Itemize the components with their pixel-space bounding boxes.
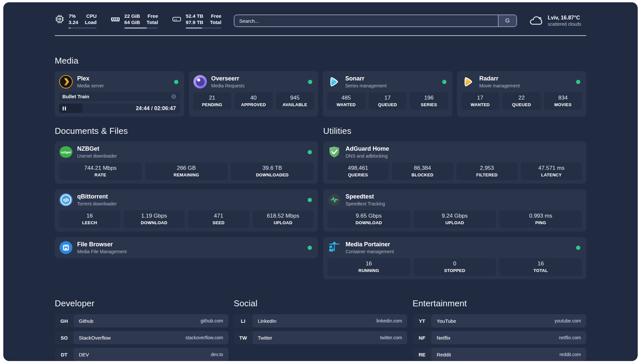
search-bar: G — [234, 15, 517, 27]
section-utilities: Utilities — [323, 126, 586, 279]
service-card-adguard[interactable]: AdGuard Home DNS and adblocking 498,461 … — [323, 141, 586, 184]
cpu-usage-label: CPU — [85, 13, 97, 19]
service-card-portainer[interactable]: Media Portainer Container management 16 … — [323, 237, 586, 279]
memory-progress-track — [124, 27, 158, 29]
section-media: Media Plex Media se — [55, 56, 586, 117]
now-playing-settings-icon[interactable] — [171, 94, 177, 100]
stat-box-ping: 0.993 ms PING — [499, 210, 582, 228]
status-dot — [308, 246, 312, 250]
stat-box-download: 1.19 Gbps DOWNLOAD — [124, 210, 185, 228]
svg-text:nzbget: nzbget — [61, 150, 71, 154]
service-name: Overseerr — [211, 75, 308, 82]
link-name: DEV — [79, 352, 89, 357]
service-card-speedtest[interactable]: Speedtest Speedtest Tracking 9.65 Gbps D… — [323, 189, 586, 231]
search-input[interactable] — [234, 15, 498, 26]
storage-free-value: 52.4 TB — [186, 13, 203, 19]
link-row-linkedin[interactable]: LI LinkedIn linkedin.com — [234, 314, 408, 327]
stat-box-leech: 16 LEECH — [59, 210, 120, 228]
service-description: Media server — [77, 83, 174, 88]
service-name: File Browser — [77, 241, 308, 248]
memory-free-label: Free — [147, 13, 158, 19]
service-description: Series management — [345, 83, 442, 88]
link-tag: YT — [412, 314, 431, 327]
service-description: DNS and adblocking — [346, 153, 582, 159]
section-documents: Documents & Files nzbget NZBGet Usenet d… — [55, 126, 318, 279]
stat-box-pending: 21 PENDING — [193, 92, 231, 110]
cpu-usage-value: 7% — [69, 13, 78, 19]
weather-widget: Lviv, 16.87°C scattered clouds — [528, 15, 586, 27]
service-description: Speedtest Tracking — [346, 201, 582, 206]
link-url: dev.to — [211, 352, 223, 357]
google-search-button[interactable]: G — [498, 15, 516, 26]
now-playing-row: Bullet Train — [59, 92, 180, 101]
link-url: github.com — [200, 318, 223, 323]
service-description: Media File Management — [77, 249, 308, 254]
link-row-github[interactable]: GH Github github.com — [55, 314, 229, 327]
stat-box-remaining: 266 GB REMAINING — [145, 163, 228, 180]
stat-box-series: 196 SERIES — [410, 92, 448, 110]
cloud-icon — [528, 15, 543, 27]
storage-total-label: Total — [210, 19, 222, 25]
service-card-qbittorrent[interactable]: qb qBittorrent Torrent downloader 16 — [55, 189, 318, 231]
cpu-load-label: Load — [85, 19, 97, 25]
stat-box-available: 945 AVAILABLE — [276, 92, 314, 110]
service-name: Sonarr — [345, 75, 442, 82]
disk-icon — [172, 14, 182, 24]
status-dot — [174, 80, 178, 84]
service-card-plex[interactable]: Plex Media server Bullet Train — [55, 71, 184, 117]
link-row-youtube[interactable]: YT YouTube youtube.com — [412, 314, 586, 327]
radarr-icon — [461, 75, 475, 89]
cpu-load-value: 3.24 — [69, 19, 78, 25]
stat-box-wanted: 485 WANTED — [327, 92, 365, 110]
status-dot — [576, 80, 580, 84]
link-tag: DT — [55, 348, 74, 361]
section-entertainment: Entertainment YT YouTube youtube.com NF … — [412, 298, 586, 361]
service-card-nzbget[interactable]: nzbget NZBGet Usenet downloader 744.21 M… — [55, 141, 318, 184]
status-dot — [576, 246, 580, 250]
link-row-netflix[interactable]: NF Netflix netflix.com — [412, 331, 586, 344]
speedtest-icon — [327, 193, 341, 207]
link-row-stackoverflow[interactable]: SO StackOverflow stackoverflow.com — [55, 331, 229, 344]
qbittorrent-icon: qb — [59, 193, 73, 207]
link-name: StackOverflow — [79, 335, 111, 341]
service-card-sonarr[interactable]: Sonarr Series management 485 WANTED 17 Q… — [323, 71, 452, 117]
sonarr-icon — [327, 75, 341, 89]
stat-box-queued: 22 QUEUED — [503, 92, 541, 110]
section-title-entertainment: Entertainment — [412, 298, 586, 309]
link-row-twitter[interactable]: TW Twitter twitter.com — [234, 331, 408, 344]
link-url: twitter.com — [380, 335, 402, 340]
service-card-filebrowser[interactable]: File Browser Media File Management — [55, 237, 318, 258]
stat-box-movies: 834 MOVIES — [544, 92, 582, 110]
link-name: Netflix — [437, 335, 450, 341]
section-social: Social LI LinkedIn linkedin.com TW Twitt… — [234, 298, 408, 361]
stat-box-approved: 40 APPROVED — [234, 92, 273, 110]
link-row-reddit[interactable]: RE Reddit reddit.com — [412, 348, 586, 361]
service-name: Plex — [77, 75, 174, 82]
link-name: LinkedIn — [258, 318, 277, 324]
service-name: Radarr — [479, 75, 576, 82]
system-stat-memory: 22 GiB 64 GiB Free Total — [110, 13, 158, 29]
service-description: Torrent downloader — [77, 201, 308, 206]
portainer-icon — [327, 241, 341, 255]
memory-total-value: 64 GiB — [124, 19, 140, 25]
stat-box-wanted: 17 WANTED — [461, 92, 500, 110]
service-card-radarr[interactable]: Radarr Movie management 17 WANTED 22 QUE… — [457, 71, 587, 117]
stat-box-total: 16 TOTAL — [499, 258, 582, 276]
service-name: NZBGet — [77, 145, 308, 152]
cpu-icon — [55, 14, 65, 24]
service-card-overseerr[interactable]: Overseerr Media Requests 21 PENDING 40 A… — [189, 71, 319, 117]
adguard-icon — [327, 145, 341, 159]
nzbget-icon: nzbget — [59, 145, 73, 159]
stat-box-queued: 17 QUEUED — [369, 92, 407, 110]
storage-free-label: Free — [210, 13, 222, 19]
stat-box-seed: 471 SEED — [188, 210, 249, 228]
stat-box-latency: 47.571 ms LATENCY — [521, 163, 582, 180]
link-tag: RE — [412, 348, 431, 361]
link-name: Reddit — [437, 352, 451, 357]
stat-box-running: 16 RUNNING — [327, 258, 410, 276]
playback-time: 24:44 / 02:06:47 — [136, 106, 176, 111]
status-dot — [308, 80, 312, 84]
section-title-social: Social — [234, 298, 408, 309]
service-name: Speedtest — [346, 193, 582, 200]
link-row-dev[interactable]: DT DEV dev.to — [55, 348, 229, 361]
